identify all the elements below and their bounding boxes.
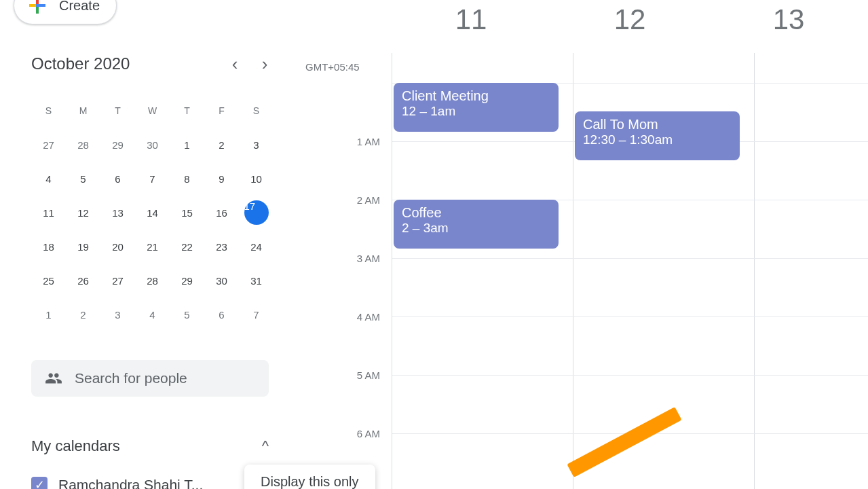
event-title: Client Meeting xyxy=(402,88,550,104)
mini-cal-day[interactable]: 23 xyxy=(204,230,239,264)
weekday-label: S xyxy=(31,94,66,128)
hour-label: 3 AM xyxy=(339,253,380,264)
mini-cal-day[interactable]: 27 xyxy=(31,128,66,162)
mini-cal-month-title: October 2020 xyxy=(31,54,130,73)
hour-gridline xyxy=(392,258,868,259)
my-calendars-label: My calendars xyxy=(31,437,120,455)
next-month-button[interactable]: › xyxy=(254,53,276,75)
people-icon xyxy=(45,369,62,387)
hour-label: 5 AM xyxy=(339,369,380,381)
mini-cal-day[interactable]: 17 xyxy=(239,196,273,230)
event-time: 12:30 – 1:30am xyxy=(583,132,732,147)
hour-label: 4 AM xyxy=(339,311,380,323)
mini-cal-day[interactable]: 14 xyxy=(135,196,170,230)
mini-cal-day[interactable]: 15 xyxy=(170,196,204,230)
calendar-event[interactable]: Call To Mom12:30 – 1:30am xyxy=(575,111,740,160)
weekday-label: T xyxy=(170,94,204,128)
context-menu-item[interactable]: Display this only xyxy=(244,465,375,489)
hour-label: 6 AM xyxy=(339,428,380,439)
day-number[interactable]: 11 xyxy=(392,3,550,36)
event-time: 2 – 3am xyxy=(402,221,550,236)
calendar-event[interactable]: Coffee2 – 3am xyxy=(394,200,559,249)
mini-cal-day[interactable]: 10 xyxy=(239,162,273,196)
weekday-label: W xyxy=(135,94,170,128)
mini-cal-day[interactable]: 8 xyxy=(170,162,204,196)
day-column[interactable] xyxy=(755,53,868,489)
hour-gridline xyxy=(392,316,868,317)
prev-month-button[interactable]: ‹ xyxy=(224,53,246,75)
weekday-label: S xyxy=(239,94,273,128)
mini-cal-day[interactable]: 29 xyxy=(170,264,204,297)
mini-cal-day[interactable]: 27 xyxy=(100,264,135,297)
mini-cal-day[interactable]: 24 xyxy=(239,230,273,264)
mini-cal-day[interactable]: 2 xyxy=(204,128,239,162)
day-number[interactable]: 13 xyxy=(709,3,868,36)
mini-cal-day[interactable]: 25 xyxy=(31,264,66,297)
event-title: Coffee xyxy=(402,205,550,221)
calendar-checkbox[interactable]: ✓ xyxy=(31,477,48,489)
hour-label: 1 AM xyxy=(339,136,380,147)
mini-cal-day[interactable]: 20 xyxy=(100,230,135,264)
mini-cal-day[interactable]: 28 xyxy=(135,264,170,297)
event-time: 12 – 1am xyxy=(402,104,550,119)
mini-cal-day[interactable]: 30 xyxy=(204,264,239,297)
mini-cal-day[interactable]: 5 xyxy=(170,297,204,331)
plus-icon xyxy=(25,0,50,18)
mini-cal-day[interactable]: 5 xyxy=(66,162,100,196)
mini-cal-day[interactable]: 28 xyxy=(66,128,100,162)
mini-cal-day[interactable]: 2 xyxy=(66,297,100,331)
calendar-name: Ramchandra Shahi T... xyxy=(58,477,203,489)
mini-cal-day[interactable]: 26 xyxy=(66,264,100,297)
chevron-up-icon: ^ xyxy=(262,437,269,455)
mini-cal-day[interactable]: 13 xyxy=(100,196,135,230)
mini-cal-day[interactable]: 7 xyxy=(135,162,170,196)
event-title: Call To Mom xyxy=(583,117,732,132)
mini-cal-day[interactable]: 7 xyxy=(239,297,273,331)
weekday-label: T xyxy=(100,94,135,128)
timezone-label: GMT+05:45 xyxy=(305,61,360,73)
mini-cal-day[interactable]: 1 xyxy=(31,297,66,331)
hour-gridline xyxy=(392,375,868,376)
mini-cal-day[interactable]: 11 xyxy=(31,196,66,230)
mini-cal-day[interactable]: 6 xyxy=(204,297,239,331)
mini-cal-day[interactable]: 3 xyxy=(239,128,273,162)
mini-cal-day[interactable]: 18 xyxy=(31,230,66,264)
hour-label: 2 AM xyxy=(339,194,380,206)
weekday-label: M xyxy=(66,94,100,128)
search-placeholder: Search for people xyxy=(75,370,187,386)
create-button[interactable]: Create xyxy=(14,0,117,24)
mini-calendar: SMTWTFS 27282930123456789101112131415161… xyxy=(31,94,276,331)
mini-cal-day[interactable]: 4 xyxy=(31,162,66,196)
mini-cal-day[interactable]: 16 xyxy=(204,196,239,230)
time-grid[interactable]: Client Meeting12 – 1amCall To Mom12:30 –… xyxy=(392,53,868,489)
mini-cal-day[interactable]: 21 xyxy=(135,230,170,264)
mini-cal-day[interactable]: 30 xyxy=(135,128,170,162)
calendar-event[interactable]: Client Meeting12 – 1am xyxy=(394,83,559,132)
day-number[interactable]: 12 xyxy=(550,3,709,36)
mini-cal-day[interactable]: 19 xyxy=(66,230,100,264)
mini-cal-day[interactable]: 31 xyxy=(239,264,273,297)
my-calendars-toggle[interactable]: My calendars ^ xyxy=(31,437,269,455)
mini-cal-day[interactable]: 6 xyxy=(100,162,135,196)
mini-cal-day[interactable]: 12 xyxy=(66,196,100,230)
mini-cal-day[interactable]: 3 xyxy=(100,297,135,331)
mini-cal-day[interactable]: 29 xyxy=(100,128,135,162)
mini-cal-day[interactable]: 4 xyxy=(135,297,170,331)
mini-cal-day[interactable]: 9 xyxy=(204,162,239,196)
search-people-input[interactable]: Search for people xyxy=(31,360,269,397)
weekday-label: F xyxy=(204,94,239,128)
mini-cal-day[interactable]: 22 xyxy=(170,230,204,264)
calendar-list-item[interactable]: ✓ Ramchandra Shahi T... xyxy=(31,477,269,489)
create-button-label: Create xyxy=(59,0,100,14)
day-headers: 111213 xyxy=(392,3,868,36)
mini-cal-day[interactable]: 1 xyxy=(170,128,204,162)
